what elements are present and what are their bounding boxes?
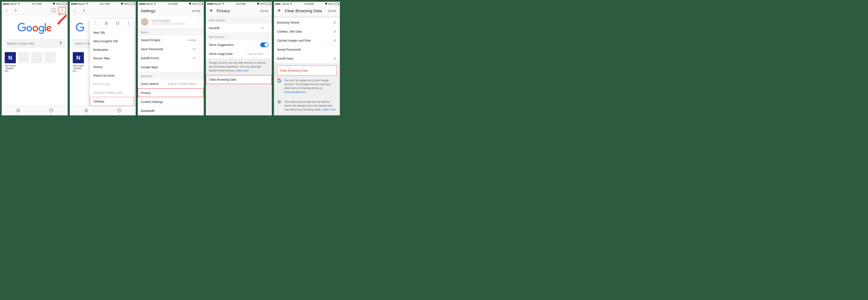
- done-button[interactable]: DONE: [260, 9, 269, 12]
- menu-dots-icon[interactable]: [126, 21, 130, 26]
- svg-point-8: [128, 22, 129, 22]
- back-button[interactable]: [3, 7, 11, 14]
- menu-item-bookmarks[interactable]: Bookmarks: [90, 46, 134, 54]
- most-visited-tiles: N Disk Expert - Analyze Dis…: [2, 49, 68, 75]
- row-save-passwords[interactable]: Save PasswordsOn›: [138, 45, 204, 54]
- forward-button[interactable]: [12, 7, 19, 14]
- back-button[interactable]: [277, 8, 282, 14]
- tabs-button[interactable]: 1: [50, 7, 57, 14]
- row-autofill-forms[interactable]: Autofill FormsOn›: [138, 54, 204, 63]
- chevron-right-icon: ›: [200, 100, 201, 104]
- page-title: Settings: [141, 8, 156, 13]
- chevron-right-icon: ›: [200, 82, 201, 86]
- row-handoff[interactable]: HandoffOn›: [206, 24, 272, 33]
- row-google-apps[interactable]: Google Apps›: [138, 63, 204, 72]
- menu-item-new-incognito[interactable]: New Incognito Tab: [90, 37, 134, 46]
- svg-point-2: [62, 11, 62, 12]
- battery-pct: 92%: [56, 3, 61, 5]
- page-content: Search or type URL N Disk Expert - Analy…: [2, 15, 68, 106]
- chevron-right-icon: ›: [200, 91, 201, 95]
- menu-item-history[interactable]: History: [90, 63, 134, 71]
- privacy-header: Privacy DONE: [206, 6, 272, 16]
- page-content: Search or ty N Disk Expert - Analyze Dis…: [70, 15, 136, 106]
- svg-rect-14: [279, 101, 279, 102]
- status-bar: lifecell 10:28 AM 91%: [274, 2, 340, 6]
- chevron-right-icon: ›: [200, 47, 201, 51]
- chevron-right-icon: ›: [200, 65, 201, 69]
- chevron-right-icon: ›: [268, 52, 269, 56]
- back-button[interactable]: [209, 8, 214, 14]
- row-saved-passwords[interactable]: Saved Passwords: [274, 45, 340, 54]
- row-show-suggestions[interactable]: Show Suggestions: [206, 40, 272, 49]
- menu-item-new-tab[interactable]: New Tab: [90, 28, 134, 37]
- chevron-right-icon: ›: [200, 56, 201, 60]
- row-clear-browsing-data[interactable]: Clear Browsing Data›: [206, 75, 272, 84]
- share-icon[interactable]: [93, 21, 98, 26]
- alarm-icon: [257, 2, 259, 5]
- done-button[interactable]: DONE: [192, 9, 201, 12]
- reload-icon[interactable]: [115, 21, 120, 26]
- forward-button[interactable]: [80, 7, 87, 14]
- tile-disk-expert[interactable]: N Disk Expert - Analyze Dis…: [73, 52, 84, 72]
- bookmark-icon[interactable]: [16, 108, 21, 113]
- chevron-right-icon: ›: [200, 20, 201, 24]
- toggle-on[interactable]: [260, 43, 269, 47]
- clear-header: Clear Browsing Data DONE: [274, 6, 340, 16]
- carrier-label: lifecell: [10, 3, 17, 5]
- mic-icon[interactable]: [59, 41, 62, 46]
- row-privacy[interactable]: Privacy›: [138, 88, 204, 97]
- tile-empty[interactable]: [18, 52, 29, 72]
- history-icon[interactable]: [49, 108, 54, 113]
- status-bar: lifecell 10:27 AM 92%: [70, 2, 136, 6]
- battery-icon: [266, 3, 271, 5]
- check-icon: ✓: [333, 29, 337, 34]
- phone-2-menu-open: lifecell 10:27 AM 92% Search or ty N Dis…: [70, 2, 136, 115]
- svg-line-5: [60, 15, 66, 22]
- tile-disk-expert[interactable]: N Disk Expert - Analyze Dis…: [5, 52, 16, 72]
- row-bandwidth[interactable]: Bandwidth›: [138, 106, 204, 115]
- signal-dots-icon: [275, 3, 281, 4]
- row-cookies[interactable]: Cookies, Site Data✓: [274, 27, 340, 36]
- info-sync: This clears synced data from all devices…: [274, 97, 340, 114]
- chevron-right-icon: ›: [268, 78, 269, 81]
- row-autofill-data[interactable]: Autofill Data✓: [274, 54, 340, 63]
- check-icon: ✓: [333, 38, 337, 43]
- search-input[interactable]: Search or ty: [72, 39, 92, 48]
- clear-browsing-data-button[interactable]: Clear Browsing Data: [277, 65, 337, 76]
- done-button[interactable]: DONE: [328, 9, 337, 12]
- star-icon[interactable]: [104, 21, 108, 26]
- status-bar: lifecell 10:28 AM 92%: [206, 2, 272, 6]
- history-link[interactable]: history.google.com: [284, 90, 306, 93]
- alarm-icon: [53, 2, 55, 5]
- tile-caption: Disk Expert - Analyze Dis…: [5, 64, 16, 72]
- tile-empty[interactable]: [44, 52, 56, 72]
- alarm-icon: [189, 2, 191, 5]
- battery-icon: [130, 3, 134, 5]
- tile-empty[interactable]: [31, 52, 42, 72]
- row-content-settings[interactable]: Content Settings›: [138, 97, 204, 106]
- menu-item-recent-tabs[interactable]: Recent Tabs: [90, 54, 134, 63]
- learn-more-link[interactable]: Learn more: [236, 69, 249, 72]
- learn-more-link[interactable]: Learn more: [322, 108, 336, 111]
- row-voice-search[interactable]: Voice SearchEnglish (United States)›: [138, 79, 204, 88]
- phone-1-chrome-home: lifecell 10:27 AM 92% 1 Sear: [2, 2, 68, 115]
- account-row[interactable]: Anya Karapetyan syncing to karapetian.an…: [138, 16, 204, 28]
- status-bar: lifecell 10:28 AM 92%: [138, 2, 204, 6]
- browser-toolbar: [70, 6, 136, 15]
- tile-thumb: N: [5, 52, 16, 63]
- check-icon: ✓: [333, 20, 337, 25]
- wifi-icon: [18, 2, 20, 6]
- row-send-usage[interactable]: Send Usage DataOnly on Wi-Fi›: [206, 49, 272, 58]
- bookmark-icon[interactable]: [84, 108, 89, 113]
- row-browsing-history[interactable]: Browsing History✓: [274, 18, 340, 27]
- history-icon[interactable]: [117, 108, 122, 113]
- row-cached-images[interactable]: Cached Images and Files✓: [274, 36, 340, 45]
- battery-icon: [334, 3, 339, 5]
- page-title: Privacy: [217, 8, 230, 13]
- menu-button[interactable]: [59, 7, 66, 14]
- search-input[interactable]: Search or type URL: [4, 39, 65, 48]
- back-button[interactable]: [71, 7, 79, 14]
- row-search-engine[interactable]: Search EngineGoogle›: [138, 35, 204, 45]
- menu-item-settings[interactable]: Settings: [90, 97, 134, 106]
- menu-item-report-issue[interactable]: Report an Issue: [90, 71, 134, 80]
